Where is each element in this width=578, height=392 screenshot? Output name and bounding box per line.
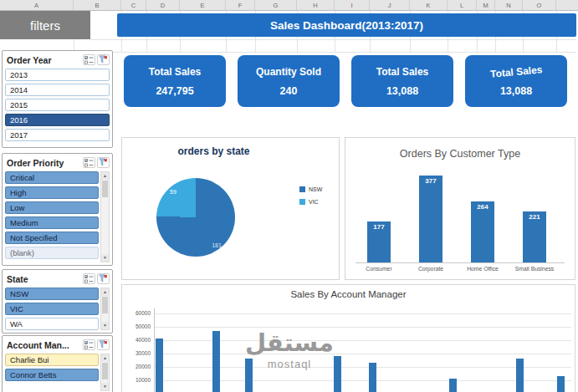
y-axis-label: 30000 [122, 350, 151, 356]
scrollbar-thumb[interactable] [102, 297, 108, 313]
slicer-item-2017[interactable]: 2017 [5, 129, 110, 141]
kpi-label: Total Sales [149, 66, 201, 78]
multi-select-icon[interactable] [83, 54, 95, 65]
account-manager-chart: 100002000030000400005000060000 [122, 285, 575, 392]
scroll-up-icon[interactable]: ▲ [101, 172, 109, 180]
kpi-value: 247,795 [156, 85, 193, 97]
slicer-item-wa[interactable]: WA [5, 318, 99, 330]
y-axis-line [154, 308, 155, 392]
column-header-j[interactable]: J [370, 0, 410, 10]
sales-by-account-manager-panel: Sales By Account Manager 100002000030000… [121, 284, 575, 392]
slicer-item-2013[interactable]: 2013 [5, 69, 110, 81]
slicer-item-vic[interactable]: VIC [5, 303, 99, 315]
bar-value-label: 221 [523, 213, 546, 221]
kpi-label: Quantity Sold [256, 66, 321, 78]
bar-value-label: 264 [471, 203, 494, 211]
column-header-m[interactable]: M [477, 0, 495, 10]
slicer-item-2014[interactable]: 2014 [5, 84, 110, 96]
account-manager-bar [449, 379, 457, 392]
clear-filter-icon[interactable] [97, 339, 110, 350]
account-manager-bar [212, 331, 220, 392]
column-header-h[interactable]: H [297, 0, 335, 10]
slicer-header: State [3, 270, 112, 286]
excel-dashboard-window: ABCDEFGHIJKLMNO filters Sales Dashboard(… [0, 0, 578, 392]
scrollbar-thumb[interactable] [102, 363, 108, 379]
slicer-item-high[interactable]: High [5, 186, 99, 199]
slicer-title: Order Year [7, 55, 81, 65]
account-manager-bar [516, 359, 524, 392]
y-axis-label: 20000 [122, 364, 151, 369]
legend-label: NSW [309, 186, 322, 192]
slicer-item-nsw[interactable]: NSW [5, 288, 99, 300]
column-header-o[interactable]: O [523, 0, 556, 10]
kpi-card-total-sales-3: Total Sales 13,088 [465, 55, 567, 107]
clear-filter-icon[interactable] [97, 54, 110, 65]
clear-filter-icon[interactable] [97, 273, 110, 284]
multi-select-icon[interactable] [83, 273, 95, 284]
slicer-item-not-specified[interactable]: Not Specified [5, 232, 99, 244]
slicer-item-medium[interactable]: Medium [5, 216, 99, 229]
slicer-scrollbar[interactable]: ▲▼ [100, 354, 110, 391]
slicer-item-list: NSWVICWA [5, 288, 99, 330]
scroll-down-icon[interactable]: ▼ [101, 383, 109, 390]
slicer-item-list: CriticalHighLowMediumNot Specified(blank… [5, 171, 99, 262]
watermark-latin: mostaql [243, 358, 335, 370]
excel-column-header-row: ABCDEFGHIJKLMNO [0, 0, 578, 11]
scroll-down-icon[interactable]: ▼ [101, 254, 109, 262]
column-header-b[interactable]: B [74, 0, 121, 10]
y-axis-label: 50000 [122, 323, 151, 329]
column-header-d[interactable]: D [146, 0, 180, 10]
legend-label: VIC [309, 199, 319, 205]
column-header-f[interactable]: F [226, 0, 255, 10]
pie-slice-label: 181 [212, 242, 222, 248]
kpi-label: Total Sales [489, 64, 542, 79]
slicer-header: Order Priority [3, 154, 112, 170]
kpi-value: 13,088 [386, 85, 418, 97]
kpi-value: 240 [280, 85, 298, 97]
column-header-k[interactable]: K [410, 0, 448, 10]
scroll-up-icon[interactable]: ▲ [101, 354, 109, 362]
slicer-scrollbar[interactable]: ▲▼ [100, 288, 110, 330]
slicer-account-man: Account Man...Charlie BuiConnor Betts▲▼ [2, 335, 113, 392]
slicer-scrollbar[interactable]: ▲▼ [100, 171, 110, 262]
scrollbar-thumb[interactable] [102, 181, 108, 197]
multi-select-icon[interactable] [83, 339, 95, 350]
slicer-item-2016[interactable]: 2016 [5, 114, 110, 126]
bar-category-label: Corporate [405, 266, 457, 272]
column-header-a[interactable]: A [0, 0, 74, 10]
slicer-title: Account Man... [7, 340, 81, 350]
pie-chart-title: orders by state [122, 145, 305, 157]
legend-swatch [299, 199, 305, 205]
slicer-title: Order Priority [7, 158, 81, 168]
slicer-item-connor-betts[interactable]: Connor Betts [5, 369, 99, 381]
chart-gridline [154, 313, 571, 314]
clear-filter-icon[interactable] [97, 157, 110, 168]
orders-by-customer-type-panel: Orders By Customer Type 177Consumer377Co… [345, 137, 575, 280]
slicer-item-2015[interactable]: 2015 [5, 99, 110, 111]
slicer-item-critical[interactable]: Critical [5, 171, 99, 184]
column-header-n[interactable]: N [495, 0, 523, 10]
slicer-item-blank[interactable]: (blank) [5, 247, 99, 259]
slicer-order-priority: Order PriorityCriticalHighLowMediumNot S… [2, 153, 113, 266]
legend-swatch [299, 186, 305, 192]
bar-category-label: Home Office [457, 266, 509, 272]
chart-gridline [154, 327, 571, 328]
slicer-state: StateNSWVICWA▲▼ [2, 269, 113, 333]
slicer-title: State [7, 274, 81, 284]
column-header-e[interactable]: E [180, 0, 226, 10]
customer-type-bars: 177Consumer377Corporate264Home Office221… [345, 138, 575, 279]
bar-value-label: 377 [419, 177, 442, 185]
column-header-c[interactable]: C [121, 0, 146, 10]
scroll-down-icon[interactable]: ▼ [101, 322, 109, 329]
scroll-up-icon[interactable]: ▲ [101, 288, 109, 296]
account-manager-bar [369, 363, 376, 392]
x-axis-line [355, 262, 565, 263]
multi-select-icon[interactable] [83, 157, 95, 168]
slicer-item-low[interactable]: Low [5, 201, 99, 214]
kpi-value: 13,088 [500, 85, 532, 97]
slicer-item-charlie-bui[interactable]: Charlie Bui [5, 354, 99, 366]
column-header-l[interactable]: L [448, 0, 477, 10]
column-header-g[interactable]: G [255, 0, 297, 10]
account-manager-bar [156, 339, 163, 392]
column-header-i[interactable]: I [335, 0, 370, 10]
